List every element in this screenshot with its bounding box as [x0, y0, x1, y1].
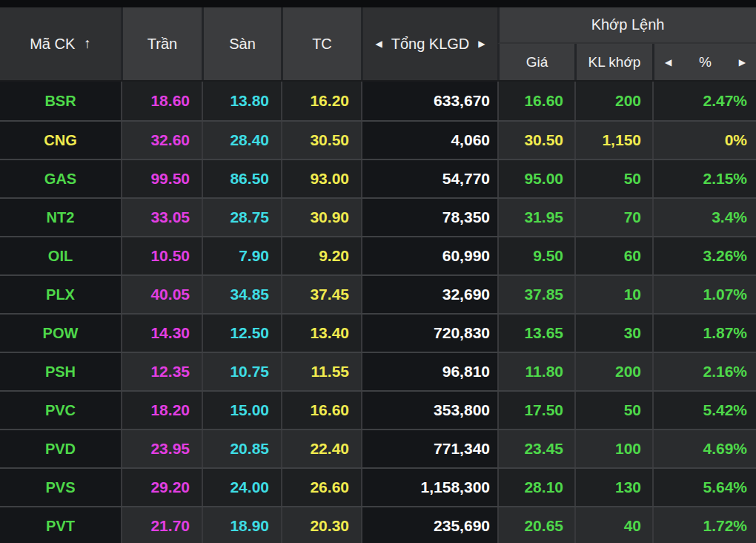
matched-price-cell: 17.50	[497, 392, 574, 429]
matched-volume-cell: 1,150	[574, 122, 652, 159]
matched-price-cell: 37.85	[497, 276, 574, 313]
reference-price-cell: 16.20	[281, 82, 361, 120]
matched-price-header-label: Giá	[526, 54, 548, 70]
ceiling-price-cell: 40.05	[121, 276, 202, 313]
total-volume-header-label: Tổng KLGD	[391, 36, 470, 53]
chevron-right-icon[interactable]: ▶	[478, 39, 485, 49]
stock-code-cell[interactable]: PVS	[0, 469, 121, 506]
reference-price-cell: 22.40	[281, 430, 361, 467]
table-row[interactable]: PVD 23.95 20.85 22.40 771,340 23.45 100 …	[0, 429, 756, 467]
table-row[interactable]: OIL 10.50 7.90 9.20 60,990 9.50 60 3.26%	[0, 236, 756, 274]
chevron-left-icon[interactable]: ◀	[375, 39, 382, 49]
ceiling-price-cell: 18.60	[121, 82, 202, 120]
ceiling-price-cell: 99.50	[121, 160, 202, 197]
stock-code-cell[interactable]: PVT	[0, 507, 121, 543]
stock-code-cell[interactable]: PLX	[0, 276, 121, 313]
header-cell-total-volume[interactable]: ◀ Tổng KLGD ▶	[361, 7, 497, 80]
matched-volume-cell: 30	[574, 315, 652, 352]
matched-price-cell: 20.65	[497, 507, 574, 543]
reference-price-cell: 93.00	[281, 160, 361, 197]
total-volume-cell: 54,770	[361, 160, 497, 197]
table-row[interactable]: PLX 40.05 34.85 37.45 32,690 37.85 10 1.…	[0, 274, 756, 313]
table-row[interactable]: PVS 29.20 24.00 26.60 1,158,300 28.10 13…	[0, 467, 756, 506]
table-row[interactable]: PVC 18.20 15.00 16.60 353,800 17.50 50 5…	[0, 390, 756, 429]
header-cell-floor[interactable]: Sàn	[202, 7, 281, 80]
table-row[interactable]: NT2 33.05 28.75 30.90 78,350 31.95 70 3.…	[0, 197, 756, 236]
percent-change-cell: 3.4%	[652, 199, 756, 236]
matched-volume-cell: 200	[574, 82, 652, 120]
percent-change-cell: 5.42%	[652, 392, 756, 429]
matched-volume-cell: 200	[574, 353, 652, 390]
reference-price-cell: 11.55	[281, 353, 361, 390]
floor-price-cell: 7.90	[202, 237, 281, 274]
ceiling-price-cell: 23.95	[121, 430, 202, 467]
chevron-right-icon[interactable]: ▶	[739, 57, 746, 68]
floor-price-cell: 15.00	[202, 392, 281, 429]
percent-change-cell: 2.47%	[652, 82, 756, 120]
table-row[interactable]: GAS 99.50 86.50 93.00 54,770 95.00 50 2.…	[0, 159, 756, 197]
header-cell-percent-change[interactable]: ◀ % ▶	[652, 44, 756, 80]
percent-header-label: %	[699, 54, 712, 70]
stock-code-cell[interactable]: BSR	[0, 82, 121, 120]
floor-price-cell: 34.85	[202, 276, 281, 313]
total-volume-cell: 633,670	[361, 82, 497, 120]
total-volume-cell: 78,350	[361, 199, 497, 236]
total-volume-cell: 4,060	[361, 122, 497, 159]
matched-price-cell: 23.45	[497, 430, 574, 467]
ceiling-header-label: Trần	[147, 36, 177, 53]
stock-price-board: Mã CK ↑ Trần Sàn TC ◀ Tổng KLGD ▶ Khớp L…	[0, 0, 756, 543]
header-cell-ceiling[interactable]: Trần	[121, 7, 202, 80]
percent-change-cell: 1.07%	[652, 276, 756, 313]
matched-volume-cell: 130	[574, 469, 652, 506]
stock-code-cell[interactable]: GAS	[0, 160, 121, 197]
total-volume-cell: 96,810	[361, 353, 497, 390]
header-cell-reference[interactable]: TC	[281, 7, 361, 80]
matched-price-cell: 31.95	[497, 199, 574, 236]
table-row[interactable]: BSR 18.60 13.80 16.20 633,670 16.60 200 …	[0, 82, 756, 120]
chevron-left-icon[interactable]: ◀	[665, 57, 672, 68]
percent-change-cell: 1.72%	[652, 507, 756, 543]
stock-code-cell[interactable]: NT2	[0, 199, 121, 236]
percent-change-cell: 4.69%	[652, 430, 756, 467]
floor-price-cell: 12.50	[202, 315, 281, 352]
table-row[interactable]: PSH 12.35 10.75 11.55 96,810 11.80 200 2…	[0, 352, 756, 390]
table-row[interactable]: POW 14.30 12.50 13.40 720,830 13.65 30 1…	[0, 313, 756, 352]
total-volume-cell: 720,830	[361, 315, 497, 352]
header-cell-matched-volume[interactable]: KL khớp	[574, 44, 652, 80]
matched-price-cell: 9.50	[497, 237, 574, 274]
reference-price-cell: 37.45	[281, 276, 361, 313]
table-header: Mã CK ↑ Trần Sàn TC ◀ Tổng KLGD ▶ Khớp L…	[0, 7, 756, 80]
reference-price-cell: 30.50	[281, 122, 361, 159]
total-volume-cell: 32,690	[361, 276, 497, 313]
stock-code-cell[interactable]: CNG	[0, 122, 121, 159]
header-cell-stock-code[interactable]: Mã CK ↑	[0, 7, 121, 80]
ceiling-price-cell: 12.35	[121, 353, 202, 390]
total-volume-cell: 353,800	[361, 392, 497, 429]
percent-change-cell: 2.16%	[652, 353, 756, 390]
reference-price-cell: 13.40	[281, 315, 361, 352]
stock-code-cell[interactable]: PSH	[0, 353, 121, 390]
matched-price-cell: 95.00	[497, 160, 574, 197]
reference-price-cell: 20.30	[281, 507, 361, 543]
floor-header-label: Sàn	[229, 36, 256, 53]
matched-volume-cell: 50	[574, 392, 652, 429]
stock-code-cell[interactable]: OIL	[0, 237, 121, 274]
stock-code-cell[interactable]: PVD	[0, 430, 121, 467]
percent-change-cell: 1.87%	[652, 315, 756, 352]
floor-price-cell: 13.80	[202, 82, 281, 120]
reference-price-cell: 26.60	[281, 469, 361, 506]
stock-code-cell[interactable]: POW	[0, 315, 121, 352]
matched-volume-cell: 100	[574, 430, 652, 467]
ceiling-price-cell: 33.05	[121, 199, 202, 236]
sort-ascending-icon[interactable]: ↑	[84, 36, 91, 52]
matched-volume-cell: 50	[574, 160, 652, 197]
header-cell-matched-price[interactable]: Giá	[497, 44, 574, 80]
floor-price-cell: 10.75	[202, 353, 281, 390]
floor-price-cell: 28.75	[202, 199, 281, 236]
table-row[interactable]: CNG 32.60 28.40 30.50 4,060 30.50 1,150 …	[0, 120, 756, 159]
matched-orders-group-label: Khớp Lệnh	[591, 16, 665, 33]
table-row[interactable]: PVT 21.70 18.90 20.30 235,690 20.65 40 1…	[0, 506, 756, 543]
total-volume-cell: 235,690	[361, 507, 497, 543]
stock-code-cell[interactable]: PVC	[0, 392, 121, 429]
reference-header-label: TC	[312, 36, 332, 53]
